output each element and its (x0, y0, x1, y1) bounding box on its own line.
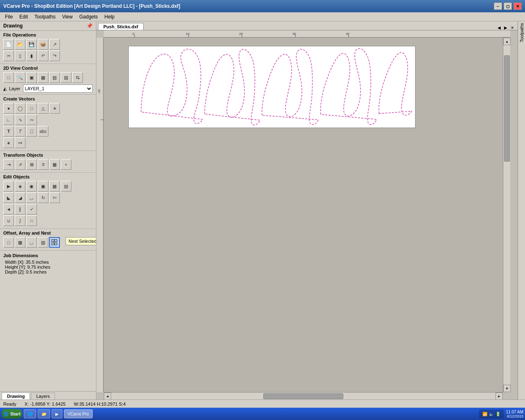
start-button[interactable]: 🌀 Start (2, 409, 22, 419)
zoom-in-btn[interactable]: ▧ (49, 72, 60, 83)
v-scroll-thumb[interactable] (504, 55, 510, 162)
nest-btn[interactable] (49, 237, 60, 248)
paste-btn[interactable]: ▮ (26, 50, 37, 61)
import-btn[interactable]: ↗ (49, 39, 60, 50)
move-btn[interactable]: ⇥ (3, 159, 14, 170)
ie-btn[interactable]: 🌐 (24, 409, 36, 418)
file-tab[interactable]: Push_Sticks.dxf (98, 23, 144, 30)
tab-drawing[interactable]: Drawing (2, 393, 30, 399)
scroll-left-btn[interactable]: ◄ (104, 393, 111, 399)
rect-btn[interactable]: □ (26, 103, 37, 114)
redo-btn[interactable]: ↷ (49, 50, 60, 61)
boolean-union-btn[interactable]: ∪ (3, 215, 14, 226)
save-as-btn[interactable]: 📦 (38, 39, 48, 50)
panel-pin[interactable]: 📌 (87, 23, 93, 29)
menu-view[interactable]: View (59, 13, 76, 21)
polyline-btn[interactable]: ∟ (3, 114, 14, 125)
smooth2-btn[interactable]: ∥ (15, 204, 25, 215)
save-file-btn[interactable]: 💾 (26, 39, 37, 50)
explorer-btn[interactable]: 📁 (38, 409, 50, 418)
circle-btn[interactable]: ● (3, 103, 14, 114)
minimize-button[interactable]: − (494, 2, 502, 10)
scale-btn[interactable]: ⇗ (15, 159, 25, 170)
svg-rect-2 (52, 243, 54, 245)
menu-gadgets[interactable]: Gadgets (76, 13, 101, 21)
join-btn[interactable]: ◢ (15, 192, 25, 203)
polygon-btn[interactable]: △ (38, 103, 48, 114)
layer-select[interactable]: LAYER_1 (23, 84, 93, 93)
zoom-out-btn[interactable]: ▨ (61, 72, 71, 83)
spline-btn[interactable]: ∾ (26, 114, 37, 125)
media-btn[interactable]: ▶ (52, 409, 62, 418)
v-scrollbar[interactable]: ▲ ▼ (503, 38, 510, 392)
dimension-btn[interactable]: ↦ (15, 137, 25, 148)
text-btn[interactable]: T (3, 126, 14, 137)
scroll-up-btn[interactable]: ▲ (503, 38, 511, 45)
boolean-int-btn[interactable]: ∩ (26, 215, 37, 226)
ellipse-btn[interactable]: ◯ (15, 103, 25, 114)
scroll-down-btn[interactable]: ▼ (503, 385, 511, 392)
h-scroll-thumb[interactable] (263, 393, 343, 399)
h-scrollbar[interactable]: ◄ ► (104, 392, 503, 399)
open-file-btn[interactable]: 📂 (15, 39, 25, 50)
edit-obj-title: Edit Objects (3, 174, 93, 179)
array-btn[interactable]: ▦ (15, 237, 25, 248)
offset-btn[interactable]: □ (3, 237, 14, 248)
pattern-btn[interactable]: ▧ (38, 237, 48, 248)
drawing-canvas: .stick { fill: none; stroke: #cc44aa; st… (104, 38, 503, 392)
step-repeat-btn[interactable]: + (61, 159, 71, 170)
mirror-btn[interactable]: ∓ (38, 159, 48, 170)
close-vect-btn[interactable]: ◡ (26, 192, 37, 203)
menu-toolpaths[interactable]: Toolpaths (31, 13, 59, 21)
vcarve-taskbar-btn[interactable]: VCarve Pro (64, 409, 93, 418)
smooth-btn[interactable]: ◣ (3, 192, 14, 203)
align-btn[interactable]: ⊠ (26, 159, 37, 170)
zoom-all-btn[interactable]: □ (3, 72, 14, 83)
corner-btn[interactable]: ◄ (3, 204, 14, 215)
star-btn[interactable]: ✭ (49, 103, 60, 114)
job-width: Width [X]: 35.5 inches (3, 260, 93, 265)
zoom-select-btn[interactable]: 🔍 (15, 72, 25, 83)
smart-select-btn[interactable]: ◉ (26, 181, 37, 192)
weld-btn[interactable]: ▤ (61, 181, 71, 192)
next-tab-btn[interactable]: ▶ (503, 25, 509, 30)
text3-btn[interactable]: ⎕ (26, 126, 37, 137)
text2-btn[interactable]: T (15, 126, 25, 137)
zoom-prev-btn[interactable]: ▦ (38, 72, 48, 83)
new-file-btn[interactable]: 📄 (3, 39, 14, 50)
right-strip: Toolpaths (518, 21, 525, 399)
toolpaths-label[interactable]: Toolpaths (519, 23, 524, 42)
restore-button[interactable]: ◻ (504, 2, 512, 10)
group-btn[interactable]: ▣ (38, 181, 48, 192)
tab-layers[interactable]: Layers (31, 393, 55, 399)
copy-btn[interactable]: ▯ (15, 50, 25, 61)
scroll-right-btn[interactable]: ► (495, 393, 503, 399)
bitmap-btn[interactable]: ♠ (3, 137, 14, 148)
prev-tab-btn[interactable]: ◀ (496, 25, 502, 30)
arc-btn[interactable]: ∿ (15, 114, 25, 125)
scissors-btn[interactable]: ✄ (49, 192, 60, 203)
ungroup-btn[interactable]: ▦ (49, 181, 60, 192)
text4-btn[interactable]: abc (38, 126, 48, 137)
job-dims-title: Job Dimensions (3, 253, 93, 258)
node-edit-btn[interactable]: ◈ (15, 181, 25, 192)
menu-edit[interactable]: Edit (16, 13, 31, 21)
canvas-container: 0 10 20 30 40 -10 (96, 30, 510, 399)
menu-help[interactable]: Help (101, 13, 118, 21)
tab-nav: ◀ ▶ ✕ (496, 25, 518, 30)
work-area: .stick { fill: none; stroke: #cc44aa; st… (128, 46, 415, 128)
distort-btn[interactable]: ▦ (49, 159, 60, 170)
fit-btn[interactable]: ✓ (26, 204, 37, 215)
menu-file[interactable]: File (2, 13, 16, 21)
taskbar-right: 📶 🔈 🔋 11:07 AM 6/12/2015 (479, 409, 523, 418)
boolean-sub-btn[interactable]: ∫ (15, 215, 25, 226)
pan-btn[interactable]: ⇆ (72, 72, 83, 83)
undo-btn[interactable]: ↶ (38, 50, 48, 61)
circular-array-btn[interactable]: ◡ (26, 237, 37, 248)
select-btn[interactable]: ▶ (3, 181, 14, 192)
close-tab-btn[interactable]: ✕ (509, 25, 515, 30)
zoom-box-btn[interactable]: ▣ (26, 72, 37, 83)
reverse-btn[interactable]: ↻ (38, 192, 48, 203)
close-button[interactable]: ✕ (514, 2, 522, 10)
cut-btn[interactable]: ✂ (3, 50, 14, 61)
